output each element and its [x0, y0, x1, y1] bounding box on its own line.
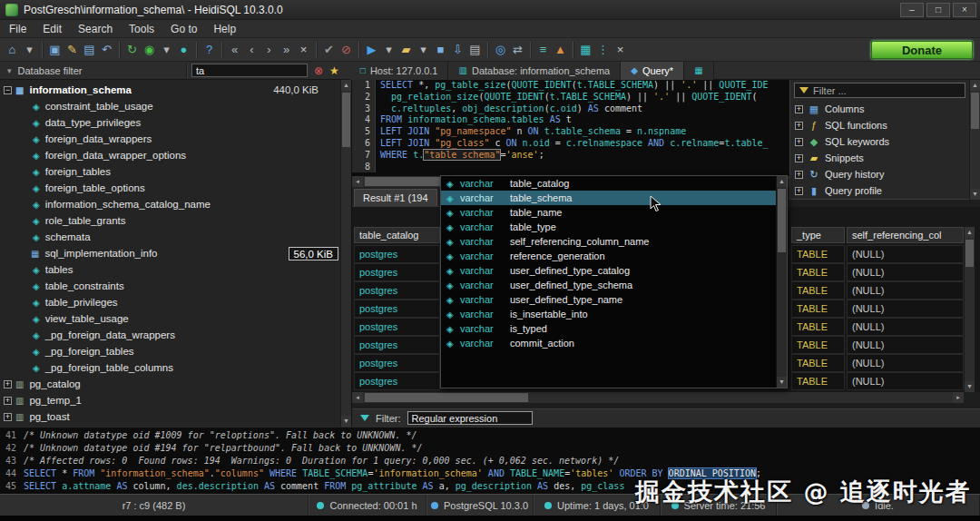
scrollbar-thumb[interactable]	[965, 240, 974, 267]
autocomplete-item-user_defined_type_name[interactable]: ◈varcharuser_defined_type_name	[441, 292, 787, 307]
tab-new-query[interactable]: ▦	[684, 62, 713, 80]
editor-line[interactable]: 1SELECT *, pg_table_size(QUOTE_IDENT(t.T…	[352, 80, 789, 92]
autocomplete-item-table_type[interactable]: ◈varchartable_type	[441, 220, 787, 234]
tree-item-constraint_table_usage[interactable]: ◈constraint_table_usage	[0, 98, 351, 114]
autocomplete-item-commit_action[interactable]: ◈varcharcommit_action	[441, 336, 787, 350]
tree-item-foreign_data_wrapper_options[interactable]: ◈foreign_data_wrapper_options	[0, 147, 351, 163]
editor-line[interactable]: 2 pg_relation_size(QUOTE_IDENT(t.TABLE_S…	[352, 92, 789, 103]
minimize-button[interactable]: –	[900, 3, 924, 17]
grid-cell[interactable]: postgres	[354, 318, 440, 336]
grid-cell[interactable]: postgres	[354, 354, 440, 372]
autocomplete-item-is_typed[interactable]: ◈varcharis_typed	[441, 321, 787, 336]
editor-line[interactable]: 8	[352, 162, 789, 173]
grid-cell[interactable]: TABLE	[791, 318, 845, 336]
scrollbar-thumb[interactable]	[365, 177, 446, 186]
export-icon[interactable]: ⇩	[449, 41, 466, 59]
sql-editor[interactable]: 1SELECT *, pg_table_size(QUOTE_IDENT(t.T…	[352, 80, 789, 176]
first-record-icon[interactable]: «	[226, 41, 243, 59]
grid-hscrollbar[interactable]: ◂ ▸	[352, 392, 964, 403]
tree-item-_pg_foreign_data_wrappers[interactable]: ◈_pg_foreign_data_wrappers	[0, 327, 351, 343]
autocomplete-item-table_catalog[interactable]: ◈varchartable_catalog	[441, 176, 787, 191]
table-filter-input[interactable]	[196, 65, 303, 76]
autocomplete-item-self_referencing_column_name[interactable]: ◈varcharself_referencing_column_name	[441, 234, 787, 249]
tree-item-pg_temp_1[interactable]: +▥pg_temp_1	[0, 392, 351, 408]
scroll-up-icon[interactable]: ▲	[341, 80, 351, 91]
tree-scrollbar[interactable]: ▲ ▼	[340, 80, 351, 427]
scroll-left-icon[interactable]: ◂	[352, 392, 363, 403]
scroll-up-icon[interactable]: ▲	[970, 80, 980, 91]
print-icon[interactable]: ▤	[466, 41, 484, 59]
scroll-left-icon[interactable]: ◂	[352, 176, 363, 187]
session-manager-icon[interactable]: ⌂	[4, 41, 21, 59]
database-filter-combo[interactable]: ▾ Database filter	[0, 65, 181, 76]
scroll-down-icon[interactable]: ▼	[965, 381, 975, 392]
rp-sql-keywords[interactable]: +◆SQL keywords	[790, 133, 980, 150]
grid-cell[interactable]: (NULL)	[847, 336, 964, 354]
replace-icon[interactable]: ⇄	[509, 41, 526, 59]
more-icon[interactable]: ⋮	[594, 41, 612, 59]
grid-cell[interactable]: postgres	[354, 372, 440, 390]
result-tab[interactable]: Result #1 (194	[354, 189, 437, 206]
autocomplete-item-reference_generation[interactable]: ◈varcharreference_generation	[441, 249, 787, 263]
rp-sql-functions[interactable]: +ƒSQL functions	[790, 117, 980, 133]
post-changes-icon[interactable]: ✔	[320, 41, 338, 59]
autocomplete-item-is_insertable_into[interactable]: ◈varcharis_insertable_into	[441, 307, 787, 321]
expander-icon[interactable]: +	[4, 380, 12, 388]
tab-query[interactable]: ◆Query*	[621, 62, 684, 80]
help-icon[interactable]: ?	[201, 41, 218, 59]
column-header-self_referencing_col[interactable]: self_referencing_col	[847, 227, 964, 243]
favorites-star-icon[interactable]: ★	[329, 64, 339, 77]
grid-cell[interactable]: (NULL)	[847, 318, 964, 336]
editor-line[interactable]: 7WHERE t."table_schema"='anse';	[352, 150, 789, 162]
column-header-_type[interactable]: _type	[791, 227, 845, 243]
menu-help[interactable]: Help	[213, 23, 236, 35]
tree-item-tables[interactable]: ◈tables	[0, 261, 351, 278]
autocomplete-dropdown[interactable]: ◈varchartable_catalog◈varchartable_schem…	[440, 175, 788, 388]
dropdown-scrollbar[interactable]: ▲ ▼	[776, 176, 787, 388]
menu-edit[interactable]: Edit	[43, 23, 62, 35]
table-filter-box[interactable]	[191, 64, 308, 77]
cancel-grid-icon[interactable]: ×	[295, 41, 312, 59]
discard-icon[interactable]: ⊘	[338, 41, 355, 59]
scroll-right-icon[interactable]: ▸	[953, 392, 964, 403]
new-query-tab-icon[interactable]: ▣	[46, 41, 64, 59]
expander-icon[interactable]: +	[795, 171, 803, 179]
rp-query-profile[interactable]: +▮Query profile	[790, 182, 980, 199]
scrollbar-thumb[interactable]	[365, 393, 528, 402]
tree-item-pg_toast[interactable]: +▥pg_toast	[0, 408, 351, 425]
refresh-icon[interactable]: ↻	[123, 41, 141, 59]
tree-item-information_schema_catalog_name[interactable]: ◈information_schema_catalog_name	[0, 196, 351, 212]
rp-columns[interactable]: +▦Columns	[790, 101, 980, 117]
editor-line[interactable]: 4FROM information_schema.tables AS t	[352, 114, 789, 126]
prev-record-icon[interactable]: ‹	[243, 41, 260, 59]
tree-item-_pg_foreign_table_columns[interactable]: ◈_pg_foreign_table_columns	[0, 359, 351, 376]
open-caret-icon[interactable]: ▾	[415, 41, 432, 59]
expander-icon[interactable]: +	[795, 105, 803, 113]
menu-tools[interactable]: Tools	[129, 23, 154, 35]
scroll-down-icon[interactable]: ▼	[341, 416, 351, 427]
grid-cell[interactable]: TABLE	[791, 372, 845, 390]
close-button[interactable]: ×	[953, 3, 976, 17]
rp-query-history[interactable]: +↻Query history	[790, 166, 980, 182]
tree-item-pg_catalog[interactable]: +▥pg_catalog	[0, 376, 351, 392]
tree-item-table_privileges[interactable]: ◈table_privileges	[0, 294, 351, 310]
tab-database[interactable]: ▥Database: information_schema	[448, 62, 621, 80]
autocomplete-item-table_schema[interactable]: ◈varchartable_schema	[441, 191, 787, 205]
scroll-up-icon[interactable]: ▲	[965, 227, 975, 238]
expander-icon[interactable]: +	[795, 138, 803, 146]
grid-view-icon[interactable]: ▦	[577, 41, 594, 59]
tab-host[interactable]: □Host: 127.0.0.1	[350, 62, 449, 80]
tree-item-_pg_foreign_tables[interactable]: ◈_pg_foreign_tables	[0, 343, 351, 359]
tree-item-foreign_data_wrappers[interactable]: ◈foreign_data_wrappers	[0, 131, 351, 147]
grid-cell[interactable]: (NULL)	[847, 263, 964, 281]
column-header-table_catalog[interactable]: table_catalog	[354, 227, 440, 243]
helper-scrollbar[interactable]: ▲ ▼	[969, 80, 980, 200]
grid-cell[interactable]: (NULL)	[847, 245, 964, 263]
save-icon[interactable]: ■	[432, 41, 449, 59]
grid-cell[interactable]: TABLE	[791, 336, 845, 354]
tree-item-foreign_table_options[interactable]: ◈foreign_table_options	[0, 180, 351, 196]
editor-line[interactable]: 3 c.reltuples, obj_description(c.oid) AS…	[352, 103, 789, 115]
maximize-button[interactable]: □	[926, 3, 950, 17]
expander-icon[interactable]: +	[4, 413, 12, 421]
grid-cell[interactable]: postgres	[354, 336, 440, 354]
